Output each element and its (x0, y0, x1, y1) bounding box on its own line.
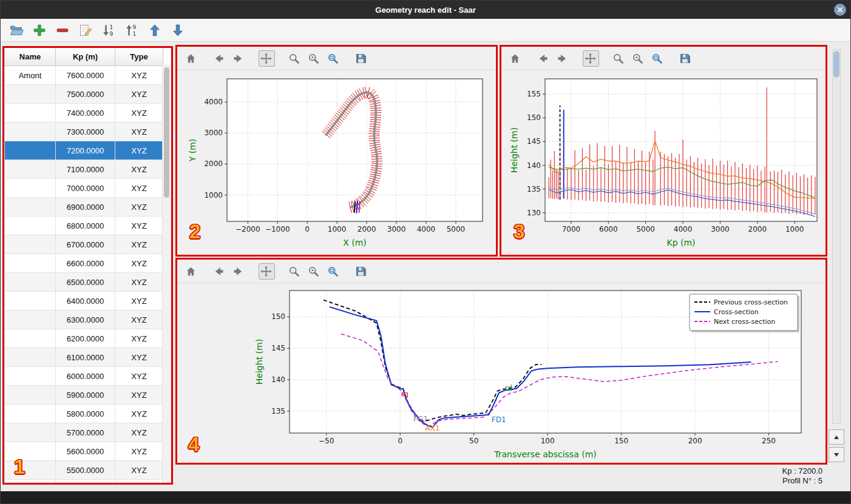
cell-kp[interactable]: 6100.0000 (56, 348, 115, 367)
cell-name[interactable] (5, 198, 56, 217)
cell-type[interactable]: XYZ (115, 405, 163, 423)
cell-kp[interactable]: 7100.0000 (56, 160, 115, 179)
cell-kp[interactable]: 7600.0000 (56, 66, 115, 85)
cell-name[interactable] (5, 273, 56, 292)
table-row[interactable]: 7200.0000XYZ (5, 141, 163, 160)
table-row[interactable]: 6600.0000XYZ (5, 254, 163, 273)
table-row[interactable]: 6100.0000XYZ (5, 348, 163, 367)
cell-name[interactable] (5, 104, 56, 123)
plan-view-chart[interactable]: −2000−1000010002000300040005000100020003… (177, 70, 496, 255)
sort-ascending-button[interactable]: 91 (123, 21, 141, 39)
cell-kp[interactable]: 6200.0000 (56, 329, 115, 348)
home-button[interactable] (183, 50, 200, 67)
cell-kp[interactable]: 6300.0000 (56, 311, 115, 329)
table-scrollbar-thumb[interactable] (164, 67, 169, 198)
cell-kp[interactable]: 6600.0000 (56, 254, 115, 273)
forward-button[interactable] (231, 263, 247, 280)
table-row[interactable]: 7100.0000XYZ (5, 160, 163, 179)
cell-type[interactable]: XYZ (115, 179, 163, 198)
cell-type[interactable]: XYZ (115, 329, 163, 348)
table-row[interactable]: 6800.0000XYZ (5, 217, 163, 235)
cell-name[interactable]: Amont (5, 66, 56, 85)
back-button[interactable] (535, 50, 552, 67)
cell-name[interactable] (5, 461, 56, 480)
home-button[interactable] (507, 50, 524, 67)
longitudinal-profile-chart[interactable]: 7000600050004000300020001000130135140145… (501, 70, 826, 255)
cell-type[interactable]: XYZ (115, 66, 163, 85)
cell-type[interactable]: XYZ (115, 235, 163, 254)
zoom-config-button[interactable] (306, 263, 322, 280)
cell-type[interactable]: XYZ (115, 273, 163, 292)
table-row[interactable]: 6300.0000XYZ (5, 311, 163, 329)
cell-kp[interactable]: 6500.0000 (56, 273, 115, 292)
cell-name[interactable] (5, 160, 56, 179)
column-header[interactable]: Kp (m) (56, 48, 115, 66)
table-row[interactable]: 5400.0000XYZ (5, 480, 163, 485)
cell-kp[interactable]: 5400.0000 (56, 480, 115, 485)
cell-name[interactable] (5, 348, 56, 367)
table-row[interactable]: 7000.0000XYZ (5, 179, 163, 198)
back-button[interactable] (211, 263, 228, 280)
column-header[interactable]: Name (5, 48, 56, 66)
cell-kp[interactable]: 7400.0000 (56, 104, 115, 123)
table-row[interactable]: 5500.0000XYZ (5, 461, 163, 480)
cell-kp[interactable]: 5800.0000 (56, 405, 115, 423)
cell-kp[interactable]: 7500.0000 (56, 85, 115, 104)
pan-button[interactable] (259, 263, 275, 280)
save-button[interactable] (353, 50, 370, 67)
cell-type[interactable]: XYZ (115, 292, 163, 311)
table-row[interactable]: 7300.0000XYZ (5, 123, 163, 141)
cell-kp[interactable]: 5900.0000 (56, 386, 115, 405)
vertical-scrollbar[interactable] (832, 49, 841, 424)
table-row[interactable]: 5800.0000XYZ (5, 405, 163, 423)
cell-type[interactable]: XYZ (115, 217, 163, 235)
cell-name[interactable] (5, 311, 56, 329)
cell-name[interactable] (5, 85, 56, 104)
move-up-button[interactable] (146, 21, 164, 39)
cell-type[interactable]: XYZ (115, 423, 163, 442)
cell-type[interactable]: XYZ (115, 254, 163, 273)
save-button[interactable] (677, 50, 694, 67)
cell-kp[interactable]: 7200.0000 (56, 141, 115, 160)
table-scrollbar[interactable] (162, 64, 171, 483)
cell-name[interactable] (5, 442, 56, 461)
zoom-rect-button[interactable] (325, 263, 342, 280)
zoom-button[interactable] (286, 50, 303, 67)
profile-up-button[interactable] (829, 429, 844, 445)
cell-type[interactable]: XYZ (115, 461, 163, 480)
cell-type[interactable]: XYZ (115, 141, 163, 160)
cell-name[interactable] (5, 423, 56, 442)
home-button[interactable] (183, 263, 200, 280)
cell-name[interactable] (5, 217, 56, 235)
back-button[interactable] (211, 50, 228, 67)
table-row[interactable]: 6900.0000XYZ (5, 198, 163, 217)
cell-kp[interactable]: 6400.0000 (56, 292, 115, 311)
cell-name[interactable] (5, 386, 56, 405)
table-row[interactable]: 5600.0000XYZ (5, 442, 163, 461)
cell-name[interactable] (5, 254, 56, 273)
table-row[interactable]: 6200.0000XYZ (5, 329, 163, 348)
table-row[interactable]: 5700.0000XYZ (5, 423, 163, 442)
cell-kp[interactable]: 5700.0000 (56, 423, 115, 442)
remove-button[interactable] (54, 21, 72, 39)
edit-button[interactable] (77, 21, 95, 39)
cell-type[interactable]: XYZ (115, 160, 163, 179)
sort-descending-button[interactable]: 19 (100, 21, 118, 39)
cell-name[interactable] (5, 179, 56, 198)
save-button[interactable] (353, 263, 370, 280)
zoom-button[interactable] (611, 50, 627, 67)
cell-kp[interactable]: 5500.0000 (56, 461, 115, 480)
cell-kp[interactable]: 6000.0000 (56, 367, 115, 386)
cell-type[interactable]: XYZ (115, 442, 163, 461)
table-row[interactable]: 6400.0000XYZ (5, 292, 163, 311)
zoom-button[interactable] (286, 263, 303, 280)
cell-type[interactable]: XYZ (115, 386, 163, 405)
cell-name[interactable] (5, 367, 56, 386)
cell-kp[interactable]: 5600.0000 (56, 442, 115, 461)
cell-kp[interactable]: 6700.0000 (56, 235, 115, 254)
cell-kp[interactable]: 6900.0000 (56, 198, 115, 217)
cell-type[interactable]: XYZ (115, 348, 163, 367)
cell-kp[interactable]: 7000.0000 (56, 179, 115, 198)
cross-section-chart[interactable]: −50050100150200250135140145150rgrdFD1AX1… (177, 283, 826, 463)
table-row[interactable]: 5900.0000XYZ (5, 386, 163, 405)
